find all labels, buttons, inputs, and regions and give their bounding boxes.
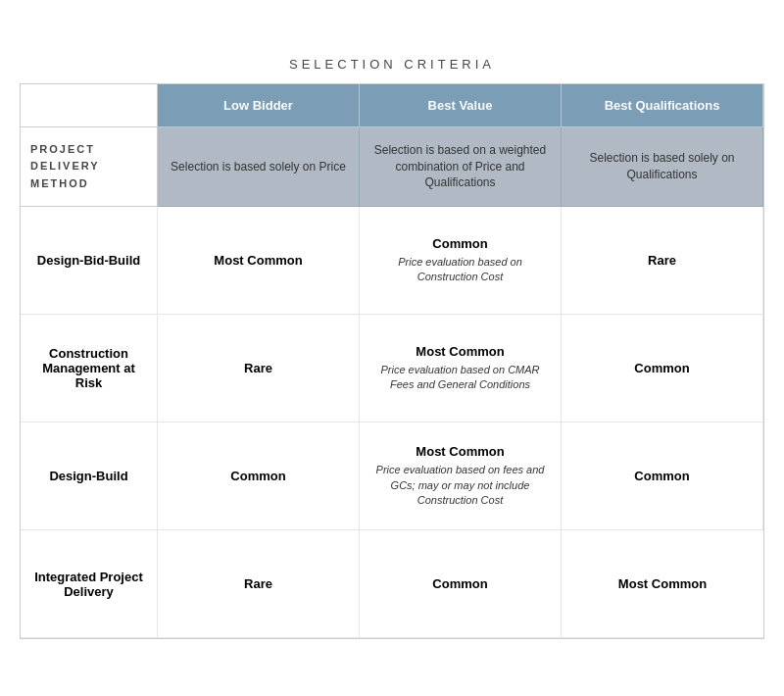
ipd-best-qual-main: Most Common <box>618 576 707 591</box>
col-header-low-bidder: Low Bidder <box>158 84 360 127</box>
dbb-best-value-main: Common <box>432 236 487 251</box>
dbb-low-bidder-main: Most Common <box>214 253 302 268</box>
col-header-best-value: Best Value <box>360 84 562 127</box>
cmar-best-qual-main: Common <box>634 361 689 375</box>
db-best-value: Most Common Price evaluation based on fe… <box>360 423 562 530</box>
grid-wrapper: Low Bidder Best Value Best Qualification… <box>20 83 764 640</box>
main-title: SELECTION CRITERIA <box>20 57 764 72</box>
ipd-best-value: Common <box>360 530 562 638</box>
db-best-value-main: Most Common <box>416 444 504 459</box>
cmar-best-qual: Common <box>562 315 763 423</box>
col-header-best-qual: Best Qualifications <box>562 84 763 127</box>
db-best-qual: Common <box>562 423 763 530</box>
ipd-best-value-main: Common <box>432 576 487 591</box>
ipd-low-bidder-main: Rare <box>244 576 272 591</box>
row-label-dbb: Design-Bid-Build <box>21 207 158 315</box>
cmar-best-value: Most Common Price evaluation based on CM… <box>360 315 562 423</box>
cmar-low-bidder: Rare <box>158 315 360 423</box>
desc-low-bidder: Selection is based solely on Price <box>158 127 360 208</box>
dbb-best-value-sub: Price evaluation based on Construction C… <box>369 255 551 285</box>
db-low-bidder-main: Common <box>230 469 285 483</box>
cmar-low-bidder-main: Rare <box>244 361 272 375</box>
project-label-text: PROJECTDELIVERYMETHOD <box>30 141 100 193</box>
ipd-low-bidder: Rare <box>158 530 360 638</box>
db-low-bidder: Common <box>158 423 360 530</box>
db-best-qual-main: Common <box>634 469 689 483</box>
row-label-cmar: Construction Management at Risk <box>21 315 158 423</box>
cmar-best-value-sub: Price evaluation based on CMAR Fees and … <box>369 363 551 393</box>
dbb-low-bidder: Most Common <box>158 207 360 315</box>
cmar-best-value-main: Most Common <box>416 344 504 359</box>
ipd-best-qual: Most Common <box>562 530 763 638</box>
row-label-ipd: Integrated Project Delivery <box>21 530 158 638</box>
project-delivery-label: PROJECTDELIVERYMETHOD <box>21 127 158 208</box>
dbb-best-qual-main: Rare <box>648 253 676 268</box>
dbb-best-qual: Rare <box>562 207 763 315</box>
dbb-best-value: Common Price evaluation based on Constru… <box>360 207 562 315</box>
desc-best-value: Selection is based on a weighted combina… <box>360 127 562 208</box>
row-label-db: Design-Build <box>21 423 158 530</box>
header-spacer <box>21 84 158 127</box>
db-best-value-sub: Price evaluation based on fees and GCs; … <box>369 463 551 508</box>
chart-container: SELECTION CRITERIA Low Bidder Best Value… <box>10 47 774 650</box>
desc-best-qual: Selection is based solely on Qualificati… <box>562 127 763 208</box>
